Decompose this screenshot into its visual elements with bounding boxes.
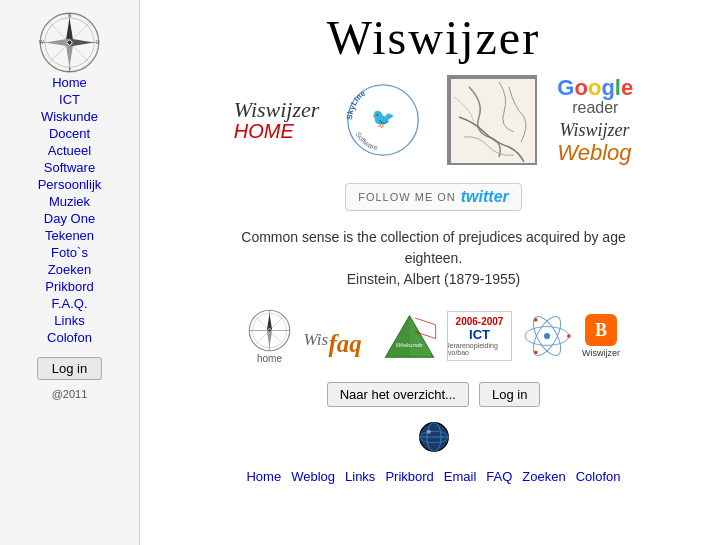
weblog-text1: Wiswijzer bbox=[559, 120, 629, 140]
svg-text:Z: Z bbox=[68, 67, 71, 73]
sidebar-nav: Home ICT Wiskunde Docent Actueel Softwar… bbox=[5, 75, 134, 345]
copyright-text: @2011 bbox=[52, 388, 88, 400]
abstract-sketch-image bbox=[447, 75, 537, 165]
google-reader-logo[interactable]: Google reader bbox=[557, 75, 633, 117]
svg-text:N: N bbox=[68, 12, 72, 18]
top-logos-row: Wiswijzer HomE SkyLine Software 🐦 bbox=[160, 75, 707, 165]
wiswijzer-weblog-logo[interactable]: Wiswijzer Weblog bbox=[557, 121, 631, 165]
svg-rect-19 bbox=[449, 77, 537, 165]
compass-logo-icon: N Z W O bbox=[37, 10, 102, 75]
svg-text:W: W bbox=[39, 39, 44, 45]
footer-zoeken[interactable]: Zoeken bbox=[522, 469, 565, 484]
google-text: Google bbox=[557, 75, 633, 101]
sidebar-item-links[interactable]: Links bbox=[5, 313, 134, 328]
svg-point-29 bbox=[268, 329, 271, 332]
follow-text: FOLLOW ME ON bbox=[358, 191, 456, 203]
footer-email[interactable]: Email bbox=[444, 469, 477, 484]
svg-point-44 bbox=[534, 350, 538, 354]
svg-text:SkyLine: SkyLine bbox=[345, 88, 368, 120]
blogger-label: Wiswijzer bbox=[582, 348, 620, 358]
wiskunde-icon-item[interactable]: Wiskunde bbox=[382, 309, 437, 364]
overzicht-button[interactable]: Naar het overzicht... bbox=[327, 382, 469, 407]
wiswijzer-home-text2: HomE bbox=[234, 121, 294, 141]
atom-icon-item[interactable] bbox=[522, 311, 572, 361]
svg-point-41 bbox=[544, 333, 550, 339]
sidebar-item-docent[interactable]: Docent bbox=[5, 126, 134, 141]
world-icon bbox=[416, 419, 452, 459]
sidebar-item-fotos[interactable]: Foto`s bbox=[5, 245, 134, 260]
sidebar-item-actueel[interactable]: Actueel bbox=[5, 143, 134, 158]
home-icon-item[interactable]: home bbox=[247, 308, 292, 364]
page-title: Wiswijzer bbox=[327, 10, 540, 65]
sidebar-item-prikbord[interactable]: Prikbord bbox=[5, 279, 134, 294]
sidebar-item-ict[interactable]: ICT bbox=[5, 92, 134, 107]
sidebar-item-home[interactable]: Home bbox=[5, 75, 134, 90]
wiswijzer-home-logo[interactable]: Wiswijzer HomE bbox=[234, 99, 320, 141]
svg-point-42 bbox=[567, 334, 571, 338]
ict-icon-item[interactable]: 2006-2007 ICT lerarenopleiding vo/bao bbox=[447, 311, 512, 361]
sidebar-item-faq[interactable]: F.A.Q. bbox=[5, 296, 134, 311]
sidebar-item-dayone[interactable]: Day One bbox=[5, 211, 134, 226]
footer-home[interactable]: Home bbox=[246, 469, 281, 484]
home-icon-label: home bbox=[257, 353, 282, 364]
sidebar-item-wiskunde[interactable]: Wiskunde bbox=[5, 109, 134, 124]
einstein-quote: Common sense is the collection of prejud… bbox=[241, 227, 625, 290]
svg-point-43 bbox=[534, 318, 538, 322]
sidebar-item-muziek[interactable]: Muziek bbox=[5, 194, 134, 209]
footer-faq[interactable]: FAQ bbox=[486, 469, 512, 484]
quote-line3: Einstein, Albert (1879-1955) bbox=[347, 271, 521, 287]
footer-weblog[interactable]: Weblog bbox=[291, 469, 335, 484]
svg-text:faq: faq bbox=[328, 330, 361, 357]
wiswijzer-home-text1: Wiswijzer bbox=[234, 99, 320, 121]
skyline-software-logo[interactable]: SkyLine Software 🐦 bbox=[339, 76, 427, 164]
quote-line2: eighteen. bbox=[405, 250, 463, 266]
blogger-b-icon: B bbox=[585, 314, 617, 346]
main-login-button[interactable]: Log in bbox=[479, 382, 540, 407]
svg-point-10 bbox=[68, 41, 72, 45]
footer-colofon[interactable]: Colofon bbox=[576, 469, 621, 484]
reader-text: reader bbox=[557, 99, 633, 117]
sidebar: N Z W O Home ICT Wiskunde Docent Actueel… bbox=[0, 0, 140, 545]
action-buttons-row: Naar het overzicht... Log in bbox=[327, 382, 541, 407]
svg-text:Wis: Wis bbox=[304, 330, 329, 349]
footer-links[interactable]: Links bbox=[345, 469, 375, 484]
svg-text:O: O bbox=[95, 39, 99, 45]
twitter-brand-text: twitter bbox=[461, 188, 509, 206]
svg-text:Wiskunde: Wiskunde bbox=[396, 340, 424, 347]
faq-icon-item[interactable]: Wis faq bbox=[302, 311, 372, 361]
svg-text:Software: Software bbox=[355, 131, 379, 151]
twitter-follow-button[interactable]: FOLLOW ME ON twitter bbox=[345, 183, 522, 211]
footer-prikbord[interactable]: Prikbord bbox=[385, 469, 433, 484]
sidebar-item-tekenen[interactable]: Tekenen bbox=[5, 228, 134, 243]
weblog-text2: Weblog bbox=[557, 140, 631, 165]
svg-text:🐦: 🐦 bbox=[371, 107, 396, 130]
login-button[interactable]: Log in bbox=[37, 357, 102, 380]
sidebar-item-software[interactable]: Software bbox=[5, 160, 134, 175]
svg-line-34 bbox=[415, 317, 436, 324]
footer-nav: Home Weblog Links Prikbord Email FAQ Zoe… bbox=[246, 469, 620, 484]
quote-line1: Common sense is the collection of prejud… bbox=[241, 229, 625, 245]
sidebar-item-zoeken[interactable]: Zoeken bbox=[5, 262, 134, 277]
main-content: Wiswijzer Wiswijzer HomE SkyLine Softwar… bbox=[140, 0, 727, 545]
sidebar-item-colofon[interactable]: Colofon bbox=[5, 330, 134, 345]
sidebar-item-persoonlijk[interactable]: Persoonlijk bbox=[5, 177, 134, 192]
blogger-icon-item[interactable]: B Wiswijzer bbox=[582, 314, 620, 358]
bottom-icons-row: home Wis faq Wiskunde bbox=[160, 308, 707, 364]
svg-marker-33 bbox=[385, 315, 409, 356]
svg-point-49 bbox=[426, 430, 430, 434]
